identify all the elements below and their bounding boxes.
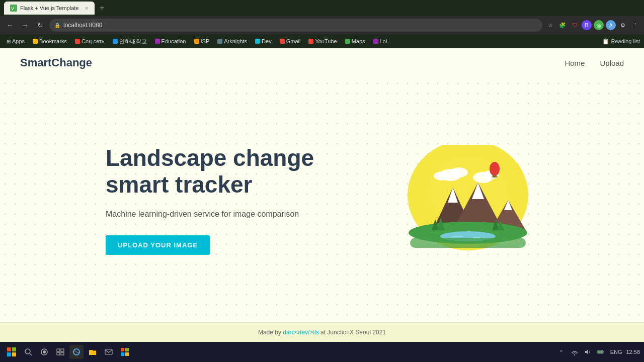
tab-favicon: V [10, 5, 17, 12]
forward-button[interactable]: → [19, 19, 31, 31]
svg-rect-30 [7, 352, 11, 356]
bookmark-lol[interactable]: LoL [371, 37, 391, 45]
taskbar-battery-icon[interactable] [595, 346, 606, 357]
svg-point-5 [450, 167, 468, 177]
nav-upload-link[interactable]: Upload [600, 59, 624, 67]
browser-chrome: V Flask + Vue.js Template ✕ + ← → ↻ 🔒 lo… [0, 0, 644, 48]
svg-point-35 [43, 350, 46, 353]
taskbar-chevron-icon[interactable]: ^ [556, 346, 567, 357]
taskbar-sys-icons: ^ [556, 346, 606, 357]
bookmark-arknights-label: Arknights [224, 38, 247, 44]
upload-cta-button[interactable]: UPLOAD YOUR IMAGE [106, 235, 210, 255]
url-bar[interactable]: 🔒 localhost:8080 [49, 19, 542, 32]
taskbar-email-button[interactable] [102, 345, 116, 359]
hero-title: Landscape change smart tracker [106, 145, 357, 198]
bookmark-education-label: Education [162, 38, 186, 44]
nav-home-link[interactable]: Home [565, 59, 585, 67]
svg-rect-38 [57, 352, 60, 355]
hero-subtitle: Machine learning-driven service for imag… [106, 208, 357, 220]
taskbar-store-button[interactable] [118, 345, 132, 359]
bookmark-bookmarks-label: Bookmarks [39, 38, 67, 44]
taskbar-search-button[interactable] [21, 345, 35, 359]
reading-list[interactable]: 📋 Reading list [602, 38, 640, 45]
bookmark-apps[interactable]: ⊞ Apps [4, 37, 27, 45]
svg-point-32 [25, 349, 30, 354]
taskbar-browser-button[interactable] [69, 345, 84, 359]
svg-rect-25 [410, 238, 526, 248]
taskbar-time: 12:58 [626, 349, 640, 355]
navbar-brand[interactable]: SmartChange [20, 56, 92, 69]
taskbar-language: ENG [610, 349, 622, 355]
bookmark-inha-label: 인하대학교 [119, 38, 147, 45]
lock-icon: 🔒 [54, 23, 60, 28]
browser-nav-icons: ☆ 🧩 🛡 B ◎ A ⚙ ⋮ [545, 20, 640, 30]
extensions-icon[interactable]: 🧩 [557, 20, 568, 30]
svg-rect-49 [603, 351, 604, 352]
svg-rect-44 [121, 352, 124, 356]
reading-list-label: Reading list [611, 38, 640, 44]
bookmark-isp-label: ISP [201, 38, 210, 44]
back-button[interactable]: ← [4, 19, 16, 31]
svg-line-33 [30, 353, 32, 355]
adblock-icon[interactable]: 🛡 [570, 20, 580, 30]
hero-title-line2: smart tracker [106, 171, 253, 198]
settings-icon[interactable]: ⚙ [618, 20, 628, 30]
taskbar-right: ^ ENG 12:58 [556, 346, 640, 357]
svg-rect-31 [12, 352, 16, 356]
taskbar-icons [21, 345, 132, 359]
hero-text: Landscape change smart tracker Machine l… [106, 145, 357, 255]
navbar: SmartChange Home Upload [0, 48, 644, 77]
bookmark-education[interactable]: Education [152, 37, 189, 45]
bookmark-youtube[interactable]: YouTube [306, 37, 339, 45]
bookmark-socset-label: Соц.сеть [82, 38, 104, 44]
bookmark-maps[interactable]: Maps [343, 37, 368, 45]
svg-rect-50 [598, 351, 602, 353]
svg-rect-41 [105, 349, 112, 354]
hero-illustration [397, 145, 538, 255]
footer-text: Made by darc<dev/>ils at JunctionX Seoul… [258, 329, 386, 336]
bookmark-inha[interactable]: 인하대학교 [110, 37, 149, 46]
start-button[interactable] [4, 344, 19, 359]
bookmark-dev-label: Dev [262, 38, 272, 44]
footer: Made by darc<dev/>ils at JunctionX Seoul… [0, 322, 644, 342]
svg-rect-42 [121, 348, 124, 351]
svg-rect-29 [12, 347, 16, 351]
svg-point-6 [434, 171, 450, 180]
taskbar-network-icon[interactable] [569, 346, 580, 357]
landscape-svg [403, 145, 533, 255]
profile-avatar[interactable]: A [606, 20, 616, 30]
tab-close-button[interactable]: ✕ [85, 6, 89, 11]
footer-made-by: Made by [258, 329, 283, 336]
svg-marker-47 [585, 349, 588, 354]
active-tab[interactable]: V Flask + Vue.js Template ✕ [4, 2, 95, 15]
bookmark-arknights[interactable]: Arknights [215, 37, 250, 45]
bookmarks-bar: ⊞ Apps Bookmarks Соц.сеть 인하대학교 Educatio… [0, 34, 644, 48]
bookmark-socset[interactable]: Соц.сеть [72, 37, 107, 45]
bookmark-dev[interactable]: Dev [253, 37, 274, 45]
refresh-button[interactable]: ↻ [34, 19, 46, 31]
bookmark-gmail[interactable]: Gmail [277, 37, 303, 45]
star-icon[interactable]: ☆ [545, 20, 555, 30]
bookmark-gmail-label: Gmail [286, 38, 301, 44]
menu-icon[interactable]: ⋮ [630, 20, 640, 30]
taskbar-volume-icon[interactable] [582, 346, 593, 357]
tab-title: Flask + Vue.js Template [20, 5, 78, 11]
browser-icon[interactable]: B [582, 20, 592, 30]
url-text: localhost:8080 [63, 22, 102, 29]
svg-rect-37 [61, 349, 64, 351]
svg-rect-36 [57, 349, 60, 351]
bookmark-youtube-label: YouTube [315, 38, 337, 44]
taskbar-task-view-button[interactable] [53, 345, 67, 359]
bookmark-isp[interactable]: ISP [192, 37, 212, 45]
taskbar-explorer-button[interactable] [86, 345, 100, 359]
svg-rect-39 [61, 352, 64, 355]
new-tab-button[interactable]: + [97, 4, 107, 13]
taskbar-cortana-button[interactable] [37, 345, 51, 359]
footer-author-link[interactable]: darc<dev/>ils [283, 329, 318, 336]
bookmark-bookmarks[interactable]: Bookmarks [30, 37, 69, 45]
svg-rect-28 [7, 347, 11, 351]
bookmark-apps-label: Apps [12, 38, 25, 44]
tab-bar: V Flask + Vue.js Template ✕ + [0, 0, 644, 16]
taskbar: ^ ENG 12:58 [0, 342, 644, 362]
profile-icon[interactable]: ◎ [594, 20, 604, 30]
